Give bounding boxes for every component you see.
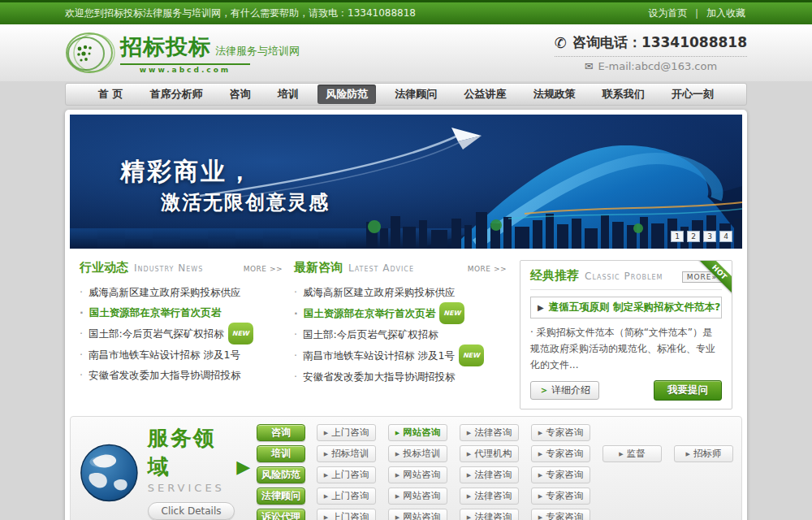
service-link-button[interactable]: ▶投标培训	[388, 445, 447, 462]
new-badge: NEW	[459, 344, 484, 366]
ask-question-button[interactable]: 我要提问	[654, 380, 722, 401]
latest-advice-title-en: Latest Advice	[348, 262, 414, 274]
nav-item-training[interactable]: 培训	[270, 84, 307, 104]
service-link-button[interactable]: ▶上门咨询	[317, 424, 376, 441]
service-link-button[interactable]: ▶上门咨询	[317, 466, 376, 483]
industry-news-title: 行业动态	[80, 260, 128, 275]
chevron-right-icon: ＞	[539, 384, 549, 396]
main-container: 精彩商业， 激活无限创意灵感 1 2 3 4 行业动态 Industry New…	[65, 110, 747, 520]
list-item[interactable]: ·南昌市地铁车站设计招标 涉及1号	[80, 344, 283, 365]
nav-item-consult[interactable]: 咨询	[222, 84, 259, 104]
service-link-button[interactable]: ▶网站咨询	[388, 424, 447, 441]
service-link-button[interactable]: ▶法律咨询	[460, 466, 519, 483]
header-contact: ✆ 咨询电话：13341088818 ✉ E-mail:abcd@163.com	[555, 33, 747, 72]
service-link-button[interactable]: ▶代理机构	[460, 445, 519, 462]
bullet-icon: ·	[294, 349, 297, 362]
arrow-right-icon: ▶	[538, 472, 542, 479]
list-item[interactable]: ·国土部:今后页岩气探矿权招标NEW	[80, 323, 283, 344]
pager-3[interactable]: 3	[703, 231, 716, 242]
category-risk-button[interactable]: 风险防范	[257, 466, 305, 483]
service-link-button[interactable]: ▶专家咨询	[531, 509, 590, 520]
nav-item-risk-prevention[interactable]: 风险防范	[317, 84, 376, 104]
service-link-button[interactable]: ▶法律咨询	[460, 424, 519, 441]
list-item[interactable]: ·国土部:今后页岩气探矿权招标	[294, 324, 507, 344]
industry-news-more-link[interactable]: MORE >>	[244, 265, 283, 273]
phone-icon: ✆	[555, 34, 567, 51]
list-item[interactable]: ·威海高新区建立政府采购投标供应	[80, 282, 283, 302]
pager-1[interactable]: 1	[671, 231, 684, 242]
nav-item-legal-advisor[interactable]: 法律顾问	[387, 84, 445, 104]
site-logo[interactable]: 招标投标 法律服务与培训网 www.abcd.com	[65, 31, 300, 75]
nav-item-public-lecture[interactable]: 公益讲座	[456, 84, 514, 104]
list-item[interactable]: ·安徽省发改委加大指导协调招投标	[294, 366, 507, 387]
industry-news-title-en: Industry News	[134, 262, 203, 274]
list-item[interactable]: ·安徽省发改委加大指导协调招投标	[80, 365, 283, 385]
banner-title: 精彩商业，	[120, 155, 254, 188]
banner-pagination: 1 2 3 4	[671, 231, 732, 242]
site-header: 招标投标 法律服务与培训网 www.abcd.com ✆ 咨询电话：133410…	[0, 24, 812, 81]
service-link-button[interactable]: ▶上门咨询	[317, 488, 376, 505]
nav-item-home[interactable]: 首 页	[90, 84, 132, 104]
category-training-button[interactable]: 培训	[257, 445, 305, 462]
service-link-button[interactable]: ▶专家咨询	[531, 488, 590, 505]
arrow-right-icon: ▶	[395, 472, 400, 479]
pager-2[interactable]: 2	[687, 231, 700, 242]
bullet-icon: ·	[294, 328, 297, 340]
category-legal-button[interactable]: 法律顾问	[257, 488, 305, 505]
bullet-icon: ·	[80, 286, 83, 298]
service-link-button[interactable]: ▶招标师	[674, 445, 733, 462]
list-item[interactable]: ·国土资源部在京举行首次页岩	[80, 302, 283, 323]
logo-domain: www.abcd.com	[120, 63, 250, 74]
logo-tagline: 法律服务与培训网	[215, 44, 300, 58]
service-link-button[interactable]: ▶专家咨询	[531, 445, 590, 462]
list-item[interactable]: ·威海高新区建立政府采购投标供应	[294, 282, 507, 302]
new-badge: NEW	[439, 302, 464, 324]
arrow-right-icon: ▶	[467, 430, 471, 436]
bullet-icon: ·	[294, 370, 297, 383]
arrow-right-icon: ▶	[538, 514, 542, 520]
service-link-button[interactable]: ▶法律咨询	[460, 509, 519, 520]
nav-item-regulations[interactable]: 法规政策	[525, 84, 584, 104]
add-favorite-link[interactable]: 加入收藏	[706, 6, 745, 20]
service-link-button[interactable]: ▶上门咨询	[317, 509, 376, 520]
welcome-text: 欢迎您到招标投标法律服务与培训网，有什么需要帮助，请致电：13341088818	[65, 6, 416, 20]
latest-advice-more-link[interactable]: MORE >>	[468, 265, 507, 273]
phone-number: 咨询电话：13341088818	[572, 33, 747, 52]
nav-item-contact-us[interactable]: 联系我们	[594, 84, 653, 104]
nav-item-happy-moment[interactable]: 开心一刻	[663, 84, 722, 104]
category-consult-button[interactable]: 咨询	[257, 424, 305, 441]
service-link-button[interactable]: ▶专家咨询	[531, 424, 590, 441]
classic-title: 经典推荐	[530, 268, 579, 284]
bullet-icon: ·	[80, 306, 84, 318]
service-link-button[interactable]: ▶法律咨询	[460, 488, 519, 505]
service-link-button[interactable]: ▶网站咨询	[388, 509, 447, 520]
service-link-button[interactable]: ▶网站咨询	[388, 466, 447, 483]
service-link-button[interactable]: ▶监督	[603, 445, 662, 462]
bullet-icon: ·	[294, 307, 298, 319]
nav-item-chief-analyst[interactable]: 首席分析师	[142, 84, 211, 104]
arrow-right-icon: ▶	[538, 451, 542, 457]
arrow-right-icon: ▶	[619, 451, 623, 457]
service-link-button[interactable]: ▶网站咨询	[388, 488, 447, 505]
list-item[interactable]: ·南昌市地铁车站设计招标 涉及1号NEW	[294, 344, 507, 366]
arrow-right-icon: ▶	[686, 451, 690, 457]
banner-subtitle: 激活无限创意灵感	[161, 189, 330, 215]
arrow-right-icon: ▶	[538, 303, 544, 312]
set-home-link[interactable]: 设为首页	[648, 6, 687, 20]
detail-button[interactable]: ＞详细介绍	[530, 381, 599, 400]
arrow-right-icon: ▶	[324, 430, 328, 436]
click-details-button[interactable]: Click Details	[148, 502, 235, 520]
arrow-right-icon: ▶	[395, 514, 400, 520]
top-bar: 欢迎您到招标投标法律服务与培训网，有什么需要帮助，请致电：13341088818…	[0, 0, 812, 24]
service-link-button[interactable]: ▶专家咨询	[531, 466, 590, 483]
classic-question-link[interactable]: ▶遵循五项原则 制定采购招标文件范本?	[530, 297, 722, 318]
list-item[interactable]: ·国土资源部在京举行首次页岩NEW	[294, 302, 507, 324]
service-categories: 咨询 培训 风险防范 法律顾问 诉讼代理	[257, 424, 305, 520]
category-litigation-button[interactable]: 诉讼代理	[257, 509, 305, 520]
arrow-right-icon: ▶	[324, 514, 328, 520]
arrow-right-icon: ▶	[467, 493, 471, 500]
service-link-button[interactable]: ▶招标培训	[317, 445, 376, 462]
arrow-right-icon: ▶	[395, 430, 400, 436]
pager-4[interactable]: 4	[719, 231, 732, 242]
arrow-right-icon: ▶	[395, 493, 400, 500]
